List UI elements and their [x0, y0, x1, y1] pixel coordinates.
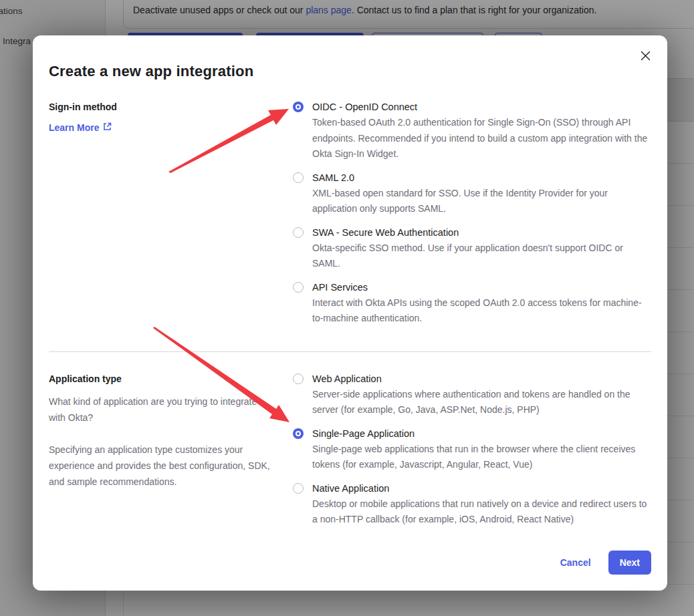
option-label[interactable]: SAML 2.0 [312, 170, 651, 186]
option-saml[interactable]: SAML 2.0 XML-based open standard for SSO… [293, 170, 651, 217]
option-label[interactable]: API Services [312, 279, 651, 295]
modal-title: Create a new app integration [49, 62, 651, 81]
radio-single-page-application[interactable] [293, 428, 304, 439]
application-type-intro: Specifying an application type customize… [49, 442, 275, 490]
option-description: Token-based OAuth 2.0 authentication for… [312, 115, 651, 162]
application-type-label: Application type [49, 371, 275, 387]
option-label[interactable]: OIDC - OpenID Connect [312, 99, 651, 115]
learn-more-link[interactable]: Learn More [49, 122, 112, 133]
radio-saml[interactable] [293, 172, 304, 183]
next-button[interactable]: Next [608, 551, 651, 575]
option-description: Single-page web applications that run in… [312, 442, 651, 473]
modal-footer: Cancel Next [560, 551, 651, 575]
create-app-integration-modal: Create a new app integration Sign-in met… [33, 35, 667, 591]
option-description: Okta-specific SSO method. Use if your ap… [312, 241, 651, 272]
radio-oidc[interactable] [293, 102, 304, 112]
option-oidc[interactable]: OIDC - OpenID Connect Token-based OAuth … [293, 99, 651, 162]
option-swa[interactable]: SWA - Secure Web Authentication Okta-spe… [293, 224, 651, 272]
option-description: Desktop or mobile applications that run … [312, 496, 651, 528]
sign-in-method-section: Sign-in method Learn More OIDC - OpenID … [49, 99, 651, 327]
option-label[interactable]: Single-Page Application [312, 426, 651, 442]
option-description: Interact with Okta APIs using the scoped… [312, 295, 651, 327]
option-description: XML-based open standard for SSO. Use if … [312, 186, 651, 217]
application-type-section: Application type What kind of applicatio… [49, 371, 651, 528]
radio-api-services[interactable] [293, 282, 304, 293]
option-label[interactable]: SWA - Secure Web Authentication [312, 224, 651, 241]
sign-in-method-label: Sign-in method [49, 99, 275, 115]
close-button[interactable] [637, 49, 653, 65]
radio-swa[interactable] [293, 227, 304, 238]
radio-web-application[interactable] [293, 373, 304, 384]
option-native-application[interactable]: Native Application Desktop or mobile app… [293, 480, 651, 528]
cancel-button[interactable]: Cancel [560, 557, 591, 568]
section-divider [49, 351, 651, 352]
option-web-application[interactable]: Web Application Server-side applications… [293, 371, 651, 418]
option-label[interactable]: Web Application [312, 371, 651, 387]
application-type-intro: What kind of application are you trying … [49, 394, 275, 426]
radio-native-application[interactable] [293, 483, 304, 494]
option-single-page-application[interactable]: Single-Page Application Single-page web … [293, 426, 651, 473]
close-icon [641, 51, 651, 63]
option-label[interactable]: Native Application [312, 480, 651, 496]
option-description: Server-side applications where authentic… [312, 387, 651, 418]
learn-more-label: Learn More [49, 122, 99, 133]
option-api-services[interactable]: API Services Interact with Okta APIs usi… [293, 279, 651, 327]
external-link-icon [103, 122, 112, 133]
